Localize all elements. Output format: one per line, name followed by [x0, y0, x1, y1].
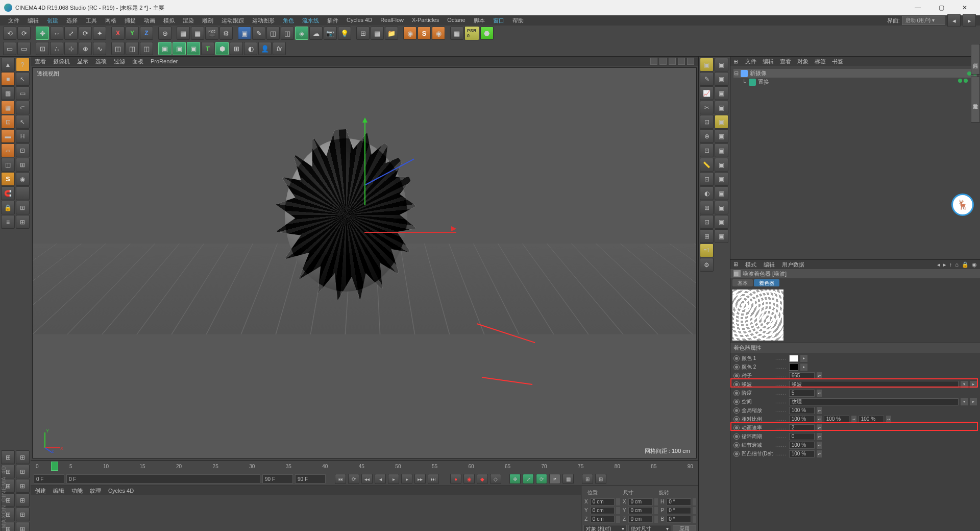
camera-button[interactable]: 📷 — [324, 27, 337, 40]
palette-button-17[interactable]: ▣ — [715, 172, 728, 186]
record-button[interactable]: ● — [450, 474, 461, 484]
spinner-icon[interactable]: ▴▾ — [851, 416, 856, 423]
cursor-1[interactable]: ↖ — [16, 72, 30, 86]
spinner-icon[interactable]: ▴▾ — [817, 450, 822, 457]
obj-tab-查看[interactable]: 查看 — [780, 58, 791, 64]
vp-menu-ProRender[interactable]: ProRender — [151, 58, 178, 64]
menu-Octane[interactable]: Octane — [443, 16, 469, 26]
palette-button-6[interactable]: ✂ — [700, 101, 714, 114]
size-field[interactable]: 0 cm — [628, 516, 653, 523]
picture-viewer-button[interactable]: ▦ — [371, 27, 384, 40]
vp-nav-4[interactable] — [678, 58, 685, 65]
rot-field[interactable]: 0 ° — [667, 507, 691, 514]
next-key-button[interactable]: ▸▸ — [414, 474, 426, 484]
size-field[interactable]: 0 cm — [628, 498, 653, 505]
palette-button-13[interactable]: ▣ — [715, 143, 728, 157]
magnet-tool[interactable]: 🧲 — [1, 186, 15, 200]
render-settings-button[interactable]: ⚙ — [219, 27, 233, 40]
timeline-ruler[interactable]: 051015202530354045505560657075808590 — [31, 460, 698, 472]
pos-field[interactable]: 0 cm — [591, 516, 615, 523]
palette-button-10[interactable]: ⊕ — [700, 129, 714, 143]
attr-tab-基本[interactable]: 基本 — [732, 279, 753, 286]
cursor-2[interactable]: ↖ — [16, 115, 30, 129]
menu-渲染[interactable]: 渲染 — [179, 16, 198, 26]
scale-key-button[interactable]: ⤢ — [523, 474, 534, 484]
menu-帮助[interactable]: 帮助 — [508, 16, 528, 26]
anim-bullet-icon[interactable] — [733, 451, 740, 457]
snap-1[interactable]: ⊡ — [36, 42, 49, 55]
text-tool[interactable]: T — [201, 42, 214, 55]
palette-button-7[interactable]: ▣ — [715, 101, 728, 114]
spinner-icon[interactable] — [616, 507, 620, 514]
spinner-icon[interactable] — [654, 516, 658, 523]
menu-运动图形[interactable]: 运动图形 — [248, 16, 279, 26]
anim-bullet-icon[interactable] — [733, 433, 740, 440]
attr-edit-menu[interactable]: 编辑 — [764, 261, 775, 269]
scale-tool[interactable]: ⤢ — [64, 27, 78, 40]
spinner-icon[interactable]: ▴▾ — [817, 424, 822, 431]
object-manager[interactable]: ⊟ 新摄像 └ 置换 ✔ 🦌 — [730, 66, 980, 260]
y-axis-lock[interactable]: Y — [126, 27, 139, 40]
tool-d[interactable]: ◉ — [16, 172, 30, 186]
render-region-button[interactable]: ▦ — [191, 27, 204, 40]
spinner-icon[interactable]: ▴▾ — [817, 433, 822, 440]
menu-创建[interactable]: 创建 — [43, 16, 62, 26]
grid-10[interactable]: ⊞ — [16, 508, 30, 521]
mograph-3[interactable]: ▣ — [187, 42, 200, 55]
goto-end-button[interactable]: ⏭ — [428, 474, 439, 484]
workplane-1[interactable]: ◫ — [111, 42, 125, 55]
octane-button[interactable]: ◉ — [403, 27, 416, 40]
menu-选择[interactable]: 选择 — [62, 16, 82, 26]
dopetrack-button[interactable]: ⊞ — [595, 474, 606, 484]
render-picture-button[interactable]: 🎬 — [205, 27, 218, 40]
attr-value-field[interactable]: 100 % — [789, 450, 815, 457]
attr-value-field[interactable]: 665 — [789, 372, 815, 379]
z-axis-lock[interactable]: Z — [140, 27, 153, 40]
vp-nav-5[interactable] — [687, 58, 694, 65]
make-editable[interactable]: ▲ — [1, 58, 15, 71]
primitive-cube-button[interactable]: ▣ — [238, 27, 251, 40]
lasso-select[interactable]: ⊂ — [16, 101, 30, 114]
redo-button[interactable]: ⟳ — [17, 27, 31, 40]
rot-field[interactable]: 0 ° — [667, 498, 691, 505]
pos-key-button[interactable]: ✥ — [509, 474, 521, 484]
obj-tab-对象[interactable]: 对象 — [797, 58, 808, 64]
move-tool[interactable]: ↔ — [50, 27, 63, 40]
effector-1[interactable]: ⊞ — [230, 42, 243, 55]
palette-button-19[interactable]: ▣ — [715, 186, 728, 200]
obj-tab-编辑[interactable]: 编辑 — [763, 58, 774, 64]
extra-tool-2[interactable]: ⬣ — [480, 27, 494, 40]
pos-field[interactable]: 0 cm — [591, 498, 615, 505]
mograph-1[interactable]: ▣ — [158, 42, 172, 55]
palette-button-12[interactable]: ⊡ — [700, 143, 714, 157]
x-axis-lock[interactable]: X — [111, 27, 125, 40]
layout-next-button[interactable]: ▸ — [963, 14, 976, 27]
obj-tab-书签[interactable]: 书签 — [832, 58, 843, 64]
coord-size-dropdown[interactable]: 绝对尺寸▾ — [628, 525, 672, 532]
color-picker-button[interactable]: ▸ — [800, 364, 807, 371]
attr-value-field[interactable]: 100 % — [824, 416, 849, 423]
menu-窗口[interactable]: 窗口 — [489, 16, 508, 26]
spinner-icon[interactable]: ▴▾ — [817, 442, 822, 449]
pos-field[interactable]: 0 cm — [591, 507, 615, 514]
vp-menu-显示[interactable]: 显示 — [77, 58, 88, 64]
attr-tab-着色器[interactable]: 着色器 — [754, 279, 779, 286]
menu-文件[interactable]: 文件 — [4, 16, 23, 26]
palette-button-4[interactable]: 📈 — [700, 86, 714, 100]
recent-tool[interactable]: ✦ — [93, 27, 106, 40]
spinner-icon[interactable] — [693, 498, 696, 505]
tree-row[interactable]: ⊟ 新摄像 — [733, 69, 977, 78]
material-tab-功能[interactable]: 功能 — [71, 488, 83, 494]
dropdown-extra-icon[interactable]: ▸ — [970, 398, 977, 405]
rotate-tool[interactable]: ⟳ — [79, 27, 92, 40]
perspective-viewport[interactable]: 透视视图 网格间距 : 100 cm Y X Z — [32, 67, 697, 458]
tree-row[interactable]: └ 置换 ✔ — [733, 78, 977, 86]
palette-button-14[interactable]: 📏 — [700, 158, 714, 172]
anim-bullet-icon[interactable] — [733, 373, 740, 379]
grid-12[interactable]: ⊞ — [16, 522, 30, 531]
anim-bullet-icon[interactable] — [733, 407, 740, 414]
minimize-button[interactable]: — — [906, 1, 929, 14]
anim-bullet-icon[interactable] — [733, 416, 740, 422]
anim-bullet-icon[interactable] — [733, 442, 740, 448]
timeline-playhead[interactable] — [51, 462, 58, 471]
